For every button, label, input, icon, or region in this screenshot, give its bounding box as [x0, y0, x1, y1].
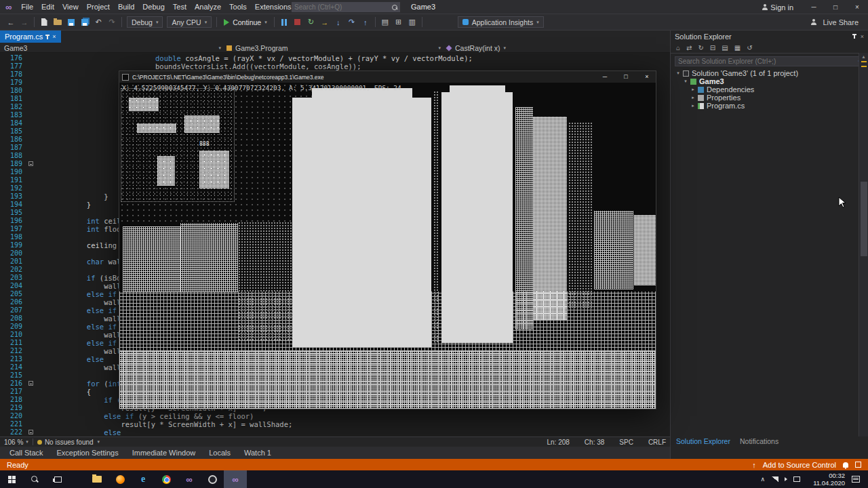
volume-icon[interactable]: [785, 477, 787, 481]
sync-icon[interactable]: ↺: [747, 44, 752, 52]
tree-item-properties[interactable]: ▸Properties: [671, 94, 868, 102]
fold-marker-icon[interactable]: [28, 430, 33, 434]
panel-tab-exception-settings[interactable]: Exception Settings: [50, 447, 125, 459]
code-line-220[interactable]: 220 else if (y > ceiling && y <= floor): [0, 412, 670, 420]
chrome-button[interactable]: [155, 470, 178, 488]
minimize-button[interactable]: ─: [803, 0, 825, 14]
panel-tab-call-stack[interactable]: Call Stack: [3, 447, 50, 459]
save-icon[interactable]: [66, 16, 77, 28]
menu-item-project[interactable]: Project: [83, 0, 114, 14]
menu-item-debug[interactable]: Debug: [138, 0, 168, 14]
menu-item-analyze[interactable]: Analyze: [191, 0, 225, 14]
task-view-button[interactable]: [46, 470, 69, 488]
window-layout-icon[interactable]: ⊞: [393, 16, 404, 28]
maximize-button[interactable]: □: [825, 0, 846, 14]
menu-item-view[interactable]: View: [58, 0, 83, 14]
breadcrumb-type-dropdown[interactable]: Game3.Program ▾: [226, 43, 441, 53]
break-all-icon[interactable]: [279, 16, 290, 28]
file-explorer-button[interactable]: [85, 470, 108, 488]
navigate-back-icon[interactable]: ←: [5, 16, 16, 28]
tree-item-solution-game3-1-of-1-project[interactable]: ▾Solution 'Game3' (1 of 1 project): [671, 69, 868, 77]
firefox-button[interactable]: [108, 470, 132, 488]
chevron-down-icon[interactable]: ▾: [26, 439, 28, 445]
compare-icon[interactable]: ⇄: [686, 44, 692, 52]
menu-item-test[interactable]: Test: [169, 0, 191, 14]
solution-platform-dropdown[interactable]: Any CPU▾: [167, 16, 212, 28]
obs-button[interactable]: [201, 470, 224, 488]
pin-icon[interactable]: [854, 34, 855, 39]
solution-configuration-dropdown[interactable]: Debug▾: [127, 16, 163, 28]
add-to-source-control-button[interactable]: Add to Source Control: [763, 461, 836, 469]
restart-icon[interactable]: ↻: [306, 16, 317, 28]
side-panel-icon[interactable]: ▥: [407, 16, 418, 28]
menu-item-edit[interactable]: Edit: [37, 0, 58, 14]
tree-item-program-cs[interactable]: ▸Program.cs: [671, 102, 868, 110]
tray-expand-icon[interactable]: ∧: [761, 476, 766, 483]
step-into-icon[interactable]: ↓: [333, 16, 344, 28]
console-title-bar[interactable]: C:\PROJECTS\.NET\Game3\Game3\bin\Debug\n…: [119, 71, 656, 83]
new-file-icon[interactable]: [39, 16, 50, 28]
panel-tab-immediate-window[interactable]: Immediate Window: [125, 447, 203, 459]
feedback-icon[interactable]: [855, 462, 861, 468]
application-insights-dropdown[interactable]: Application Insights ▾: [458, 16, 544, 28]
column-indicator[interactable]: Ch: 38: [585, 439, 604, 446]
se-bottom-tab-notifications[interactable]: Notifications: [740, 437, 778, 445]
live-share-button[interactable]: Live Share: [810, 18, 859, 26]
quick-search-box[interactable]: [292, 2, 400, 12]
undo-icon[interactable]: ↶: [93, 16, 104, 28]
code-line-221[interactable]: 221 result[y * ScreenWidth + x] = wallSh…: [0, 420, 670, 428]
fold-marker-icon[interactable]: [28, 381, 33, 386]
properties-icon[interactable]: ▦: [734, 44, 741, 52]
tree-item-dependencies[interactable]: ▸Dependencies: [671, 85, 868, 94]
open-file-icon[interactable]: [52, 16, 63, 28]
expander-icon[interactable]: ▾: [682, 79, 689, 84]
home-icon[interactable]: ⌂: [676, 44, 680, 52]
taskbar-clock[interactable]: 00:32 11.04.2020: [813, 472, 845, 487]
scrollbar-up-icon[interactable]: ▲: [859, 53, 868, 59]
solution-search-input[interactable]: [678, 58, 858, 65]
expander-icon[interactable]: ▸: [690, 95, 696, 100]
zoom-level[interactable]: 106 %: [4, 439, 23, 446]
step-out-icon[interactable]: ↑: [360, 16, 371, 28]
menu-item-extensions[interactable]: Extensions: [251, 0, 296, 14]
expander-icon[interactable]: ▸: [690, 103, 696, 108]
menu-item-build[interactable]: Build: [114, 0, 138, 14]
menu-item-file[interactable]: File: [17, 0, 37, 14]
console-minimize-button[interactable]: ─: [596, 71, 614, 83]
console-close-button[interactable]: ×: [638, 71, 656, 83]
issues-status[interactable]: No issues found: [45, 439, 94, 446]
stop-debugging-icon[interactable]: [292, 16, 303, 28]
show-next-statement-icon[interactable]: →: [319, 16, 330, 28]
output-window-icon[interactable]: ▤: [380, 16, 391, 28]
tree-item-game3[interactable]: ▾Game3: [671, 77, 868, 85]
fold-marker-icon[interactable]: [28, 161, 33, 166]
continue-button[interactable]: Continue ▾: [220, 18, 271, 26]
collapse-all-icon[interactable]: ⊟: [710, 44, 715, 52]
expander-icon[interactable]: ▸: [690, 87, 696, 92]
show-all-files-icon[interactable]: ▤: [722, 44, 728, 52]
close-button[interactable]: ×: [846, 0, 868, 14]
panel-tab-watch-1[interactable]: Watch 1: [237, 447, 278, 459]
se-bottom-tab-solution-explorer[interactable]: Solution Explorer: [676, 437, 730, 445]
navigate-forward-icon[interactable]: →: [19, 16, 30, 28]
taskbar-search-button[interactable]: [23, 470, 46, 488]
notifications-bell-icon[interactable]: [843, 462, 848, 468]
close-panel-icon[interactable]: ×: [861, 33, 864, 40]
visual-studio-active-button[interactable]: ∞: [224, 470, 247, 488]
console-maximize-button[interactable]: □: [617, 71, 635, 83]
tab-program-cs[interactable]: Program.cs ×: [0, 30, 61, 43]
edge-button[interactable]: e: [132, 470, 155, 488]
breadcrumb-member-dropdown[interactable]: CastRay(int x) ▾: [446, 43, 663, 53]
pin-icon[interactable]: [47, 35, 48, 39]
line-indicator[interactable]: Ln: 208: [547, 439, 569, 446]
menu-item-tools[interactable]: Tools: [225, 0, 251, 14]
refresh-icon[interactable]: ↻: [698, 44, 703, 52]
search-input[interactable]: [294, 3, 392, 11]
scrollbar-thumb[interactable]: [861, 182, 867, 256]
close-tab-icon[interactable]: ×: [52, 33, 56, 40]
chevron-down-icon[interactable]: ▾: [98, 439, 100, 445]
keyboard-layout-icon[interactable]: [793, 476, 800, 482]
code-line-177[interactable]: 177 boundsVectorsList.Add((vectorModule,…: [0, 62, 670, 70]
breadcrumb-project-dropdown[interactable]: Game3 ▾: [4, 43, 221, 53]
code-line-222[interactable]: 222 else: [0, 428, 670, 436]
